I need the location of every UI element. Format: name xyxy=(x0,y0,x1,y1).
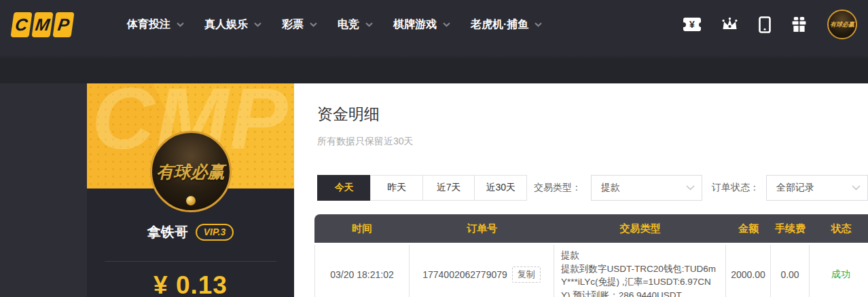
profile-avatar: 有球必赢 xyxy=(150,131,232,212)
chevron-down-icon xyxy=(852,185,861,191)
tab-last-30-days[interactable]: 近30天 xyxy=(474,175,527,201)
chevron-down-icon xyxy=(365,22,373,27)
username: 拿铁哥 xyxy=(147,223,188,241)
cell-transaction-type: 提款 提款到数字USDT-TRC20钱包:TUD6mY***iLYc(免提) ,… xyxy=(554,245,726,297)
column-header-fee: 手续费 xyxy=(771,222,810,235)
nav-item-label: 彩票 xyxy=(282,18,304,32)
logo-letter-box: C xyxy=(10,12,32,37)
top-navbar: C M P 体育投注 真人娱乐 彩票 电竞 棋牌游戏 xyxy=(0,0,868,49)
nav-item-esports[interactable]: 电竞 xyxy=(338,18,373,32)
main-content: 资金明细 所有数据只保留近30天 今天 昨天 近7天 近30天 交易类型： 提款… xyxy=(294,83,868,297)
column-header-type: 交易类型 xyxy=(554,222,726,235)
chevron-down-icon xyxy=(443,22,450,27)
brand-logo[interactable]: C M P xyxy=(12,12,73,37)
voucher-icon[interactable]: ¥ xyxy=(683,18,701,31)
tab-last-7-days[interactable]: 近7天 xyxy=(422,175,475,201)
cell-fee: 0.00 xyxy=(771,245,810,297)
mobile-icon[interactable] xyxy=(759,16,771,33)
column-header-amount: 金额 xyxy=(726,222,771,235)
nav-item-lottery[interactable]: 彩票 xyxy=(282,18,317,32)
logo-letter: C xyxy=(14,15,29,35)
cell-status: 成功 xyxy=(810,245,868,297)
page-subtitle: 所有数据只保留近30天 xyxy=(317,136,868,148)
main-navigation: 体育投注 真人娱乐 彩票 电竞 棋牌游戏 老虎机·捕鱼 xyxy=(127,18,542,32)
nav-item-sports[interactable]: 体育投注 xyxy=(127,18,184,32)
vip-level-badge: VIP.3 xyxy=(196,224,234,241)
left-gutter xyxy=(0,83,87,297)
page-body: CMP 有球必赢 拿铁哥 VIP.3 ¥ 0.13 资金明细 所有数据只保留近3… xyxy=(0,83,868,297)
cell-time: 03/20 18:21:02 xyxy=(314,245,410,297)
nav-item-label: 棋牌游戏 xyxy=(393,18,437,32)
page-title: 资金明细 xyxy=(317,104,868,125)
app-window: C M P 体育投注 真人娱乐 彩票 电竞 棋牌游戏 xyxy=(0,0,868,297)
header-sub-band xyxy=(0,49,868,83)
nav-item-label: 老虎机·捕鱼 xyxy=(471,18,528,32)
nav-item-label: 体育投注 xyxy=(127,18,170,32)
tab-today[interactable]: 今天 xyxy=(317,175,371,201)
column-header-order-no: 订单号 xyxy=(410,222,554,235)
chevron-down-icon xyxy=(686,185,695,191)
funds-table: 时间 订单号 交易类型 金额 手续费 状态 03/20 18:21:02 177… xyxy=(314,214,868,297)
avatar-text: 有球必赢 xyxy=(157,161,225,183)
transaction-type-select[interactable]: 提款 xyxy=(591,175,702,201)
nav-item-label: 真人娱乐 xyxy=(204,18,248,32)
nav-item-live-casino[interactable]: 真人娱乐 xyxy=(204,18,261,32)
user-identity-row: 拿铁哥 VIP.3 xyxy=(87,223,294,241)
profile-sidebar: CMP 有球必赢 拿铁哥 VIP.3 ¥ 0.13 xyxy=(87,83,294,297)
copy-button[interactable]: 复制 xyxy=(512,266,541,283)
transaction-type-label: 交易类型： xyxy=(534,182,581,194)
sidebar-divider xyxy=(105,261,276,262)
account-balance: ¥ 0.13 xyxy=(87,271,294,297)
order-status-label: 订单状态： xyxy=(712,182,759,194)
user-avatar[interactable]: 有球必赢 xyxy=(827,9,857,39)
logo-letter: P xyxy=(56,15,71,35)
gift-icon[interactable] xyxy=(791,16,808,33)
table-row: 03/20 18:21:02 1774002062779079 复制 提款 提款… xyxy=(314,245,868,297)
logo-letter-box: P xyxy=(52,12,74,37)
table-header-row: 时间 订单号 交易类型 金额 手续费 状态 xyxy=(314,214,868,243)
order-number: 1774002062779079 xyxy=(422,269,507,280)
nav-item-label: 电竞 xyxy=(338,18,359,32)
nav-item-slots-fishing[interactable]: 老虎机·捕鱼 xyxy=(471,18,542,32)
status-badge: 成功 xyxy=(831,269,850,281)
column-header-status: 状态 xyxy=(810,222,868,235)
avatar-text: 有球必赢 xyxy=(830,20,854,29)
filter-bar: 今天 昨天 近7天 近30天 交易类型： 提款 订单状态： 全部记录 xyxy=(317,175,868,201)
voucher-icon-glyph: ¥ xyxy=(683,18,701,31)
logo-letter-box: M xyxy=(31,12,53,37)
cell-order-no: 1774002062779079 复制 xyxy=(410,245,554,297)
chevron-down-icon xyxy=(310,22,317,27)
logo-letter: M xyxy=(34,15,51,35)
chevron-down-icon xyxy=(177,22,184,27)
chevron-down-icon xyxy=(535,22,542,27)
column-header-time: 时间 xyxy=(314,222,410,235)
order-status-select[interactable]: 全部记录 xyxy=(766,175,868,201)
chevron-down-icon xyxy=(254,22,261,27)
transaction-type-value: 提款 xyxy=(601,182,620,194)
crown-icon[interactable] xyxy=(721,17,739,32)
transaction-type-detail: 提款到数字USDT-TRC20钱包:TUD6mY***iLYc(免提) ,汇率=… xyxy=(561,262,719,297)
tab-yesterday[interactable]: 昨天 xyxy=(370,175,423,201)
transaction-type-title: 提款 xyxy=(561,249,719,262)
order-status-value: 全部记录 xyxy=(776,182,814,194)
navbar-action-icons: ¥ xyxy=(683,9,857,39)
cell-amount: 2000.00 xyxy=(726,245,771,297)
nav-item-board-games[interactable]: 棋牌游戏 xyxy=(393,18,450,32)
